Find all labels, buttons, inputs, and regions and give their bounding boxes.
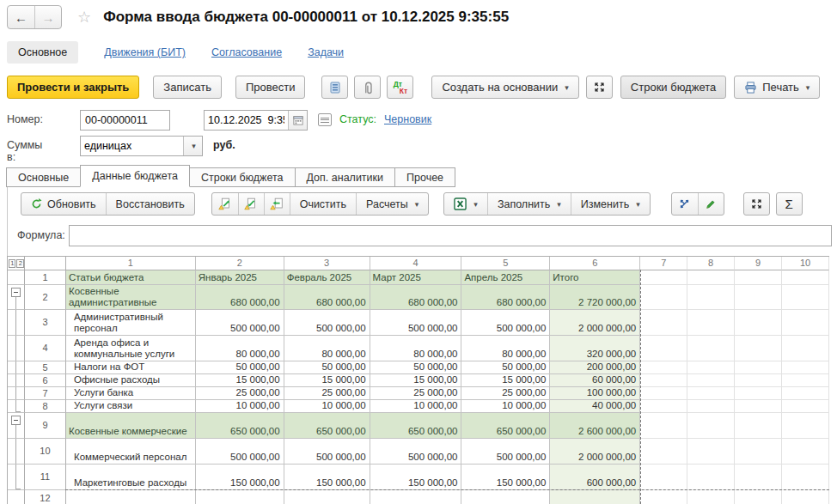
row-number[interactable]: 4	[25, 336, 66, 361]
tab-main[interactable]: Основные	[6, 167, 81, 187]
total-cell[interactable]: 60 000,00	[550, 374, 640, 387]
empty-cell[interactable]	[640, 465, 687, 490]
article-cell[interactable]: Коммерческий персонал	[66, 439, 196, 465]
empty-cell[interactable]	[687, 490, 735, 504]
row-number[interactable]: 11	[25, 465, 66, 490]
grid-fullscreen-button[interactable]	[743, 192, 770, 216]
value-cell[interactable]: 50 000,00	[461, 361, 550, 374]
value-cell[interactable]: 500 000,00	[196, 310, 284, 336]
value-cell[interactable]: 650 000,00	[370, 413, 462, 439]
tab-budget-lines[interactable]: Строки бюджета	[189, 167, 296, 187]
value-cell[interactable]: 500 000,00	[196, 439, 284, 465]
refresh-button[interactable]: Обновить	[21, 193, 106, 215]
value-cell[interactable]: 25 000,00	[284, 387, 370, 400]
empty-cell[interactable]	[640, 413, 687, 439]
nav-item-approval[interactable]: Согласование	[211, 46, 282, 58]
empty-cell[interactable]	[782, 400, 829, 413]
empty-cell[interactable]	[687, 400, 735, 413]
article-cell[interactable]: Налоги на ФОТ	[66, 361, 196, 374]
total-cell[interactable]: 320 000,00	[550, 336, 640, 361]
total-cell[interactable]: 2 000 000,00	[550, 439, 640, 465]
collapse-group-button[interactable]	[11, 416, 21, 425]
empty-cell[interactable]	[735, 439, 782, 465]
empty-cell[interactable]	[735, 310, 782, 336]
empty-cell[interactable]	[640, 374, 687, 387]
article-cell[interactable]: Маркетинговые расходы	[66, 465, 196, 490]
sum-button[interactable]: Σ	[776, 192, 803, 216]
excel-button[interactable]: ▾	[444, 193, 487, 215]
article-cell[interactable]: Услуги банка	[66, 387, 196, 400]
empty-cell[interactable]	[735, 374, 782, 387]
empty-cell[interactable]	[782, 490, 829, 504]
value-cell[interactable]: 500 000,00	[461, 310, 550, 336]
value-cell[interactable]: 10 000,00	[370, 400, 462, 413]
forward-button[interactable]: →	[34, 6, 61, 28]
grid-corner-cell[interactable]	[25, 257, 66, 270]
create-based-on-button[interactable]: Создать на основании▾	[431, 76, 578, 99]
status-value-link[interactable]: Черновик	[384, 113, 431, 125]
empty-cell[interactable]	[782, 336, 829, 361]
empty-cell[interactable]	[735, 336, 782, 361]
empty-cell[interactable]	[687, 361, 735, 374]
outline-level-button[interactable]: 1	[9, 259, 15, 268]
empty-cell[interactable]	[687, 387, 735, 400]
total-cell[interactable]: 2 600 000,00	[550, 413, 640, 439]
total-cell[interactable]: 2 000 000,00	[550, 310, 640, 336]
column-header[interactable]: 5	[461, 257, 550, 270]
import-document-button[interactable]	[238, 193, 264, 215]
sums-in-input[interactable]	[81, 137, 183, 155]
fill-button[interactable]: Заполнить▾	[487, 193, 571, 215]
post-button[interactable]: Провести	[235, 76, 306, 99]
value-cell[interactable]: 50 000,00	[196, 361, 284, 374]
empty-cell[interactable]	[782, 387, 829, 400]
empty-cell[interactable]	[640, 361, 687, 374]
empty-cell[interactable]	[782, 310, 829, 336]
calendar-button[interactable]	[288, 111, 307, 130]
row-number[interactable]: 1	[25, 270, 66, 285]
edit-cell-button[interactable]	[698, 193, 724, 215]
restore-button[interactable]: Восстановить	[106, 193, 194, 215]
value-cell[interactable]: 650 000,00	[461, 413, 550, 439]
value-cell[interactable]: 50 000,00	[284, 361, 370, 374]
value-cell[interactable]: 150 000,00	[370, 465, 462, 490]
value-cell[interactable]: 500 000,00	[461, 439, 550, 465]
empty-cell[interactable]	[782, 465, 829, 490]
total-cell[interactable]: 40 000,00	[550, 400, 640, 413]
back-button[interactable]: ←	[8, 6, 34, 28]
value-cell[interactable]: 650 000,00	[284, 413, 370, 439]
value-cell[interactable]	[284, 490, 370, 504]
empty-cell[interactable]	[687, 310, 735, 336]
article-cell[interactable]: Косвенные коммерческие	[66, 413, 196, 439]
value-cell[interactable]: 80 000,00	[284, 336, 370, 361]
print-button[interactable]: Печать▾	[734, 76, 820, 99]
article-cell[interactable]	[66, 490, 196, 504]
value-cell[interactable]: 150 000,00	[461, 465, 550, 490]
value-cell[interactable]: 50 000,00	[370, 361, 462, 374]
empty-cell[interactable]	[735, 465, 782, 490]
total-cell[interactable]: 200 000,00	[550, 361, 640, 374]
resize-columns-button[interactable]	[672, 193, 698, 215]
header-cell[interactable]: Март 2025	[370, 270, 462, 285]
empty-cell[interactable]	[782, 361, 829, 374]
total-cell[interactable]: 600 000,00	[550, 465, 640, 490]
value-cell[interactable]: 15 000,00	[370, 374, 462, 387]
value-cell[interactable]: 500 000,00	[284, 439, 370, 465]
favorite-star-icon[interactable]: ☆	[77, 8, 91, 27]
value-cell[interactable]: 80 000,00	[370, 336, 462, 361]
column-header[interactable]: 8	[687, 257, 735, 270]
value-cell[interactable]: 25 000,00	[196, 387, 284, 400]
value-cell[interactable]: 10 000,00	[196, 400, 284, 413]
row-number[interactable]: 2	[25, 285, 66, 310]
value-cell[interactable]: 680 000,00	[370, 285, 462, 310]
header-cell[interactable]: Итого	[550, 270, 640, 285]
value-cell[interactable]: 15 000,00	[196, 374, 284, 387]
clear-button[interactable]: Очистить	[290, 193, 356, 215]
export-document-button[interactable]	[212, 193, 238, 215]
empty-cell[interactable]	[735, 270, 782, 285]
nav-item-tasks[interactable]: Задачи	[308, 46, 344, 58]
save-button[interactable]: Записать	[153, 76, 222, 99]
column-header[interactable]: 10	[782, 257, 829, 270]
empty-cell[interactable]	[687, 413, 735, 439]
change-button[interactable]: Изменить▾	[571, 193, 650, 215]
report-structure-button[interactable]	[321, 76, 348, 99]
